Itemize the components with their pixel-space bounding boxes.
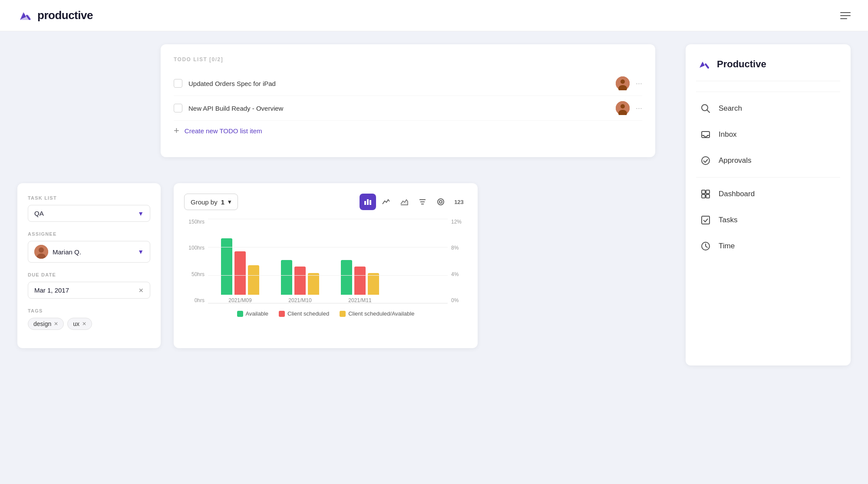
line-chart-icon[interactable] (378, 194, 394, 210)
chart-view-icons: 123 (360, 194, 467, 210)
menu-label-tasks: Tasks (719, 216, 737, 224)
menu-item-tasks[interactable]: Tasks (696, 207, 840, 233)
menu-divider-mid (696, 177, 840, 178)
bar-chart-icon[interactable] (360, 194, 376, 210)
create-plus-icon: + (174, 125, 179, 136)
bars-m10 (281, 260, 319, 295)
bar-m10-available (281, 260, 292, 295)
tags-row: design ✕ ux ✕ (28, 318, 150, 330)
circle-icon[interactable] (432, 194, 449, 210)
y-axis-left: 150hrs 100hrs 50hrs 0hrs (184, 219, 208, 303)
menu-item-approvals[interactable]: Approvals (696, 148, 840, 174)
group-by-button[interactable]: Group by 1 ▾ (184, 194, 238, 210)
menu-label-approvals: Approvals (719, 156, 752, 165)
bar-m11-client-available (368, 273, 379, 295)
number-view-icon[interactable]: 123 (451, 194, 467, 210)
area-chart-icon[interactable] (396, 194, 413, 210)
legend-dot-client-scheduled (279, 311, 285, 317)
menu-item-time[interactable]: Time (696, 233, 840, 259)
bar-m11-available (341, 260, 352, 295)
bar-label-m11: 2021/M11 (348, 297, 371, 303)
todo-checkbox-1[interactable] (174, 79, 182, 88)
menu-item-inbox[interactable]: Inbox (696, 122, 840, 148)
todo-avatar-2 (616, 101, 630, 115)
bar-label-m09: 2021/M09 (228, 297, 251, 303)
bars-m09 (221, 238, 259, 295)
svg-point-15 (620, 104, 625, 109)
create-todo-button[interactable]: + Create new TODO list item (174, 125, 642, 136)
bar-m10-client-scheduled (294, 267, 306, 295)
y-label-12pct: 12% (451, 219, 467, 225)
task-filters-panel: TASK LIST QA ▼ ASSIGNEE Marian Q. ▼ DUE … (17, 183, 161, 348)
tag-ux-remove[interactable]: ✕ (82, 321, 86, 327)
group-by-value: 1 (221, 198, 224, 206)
task-list-dropdown[interactable]: QA ▼ (28, 205, 150, 222)
todo-title: TODO LIST [0/2] (174, 56, 642, 63)
todo-text-1: Updated Orders Spec for iPad (188, 80, 610, 87)
bar-group-m09: 2021/M09 (221, 238, 259, 303)
top-navigation: productive (0, 0, 868, 31)
time-icon (700, 240, 712, 252)
svg-rect-3 (364, 201, 366, 205)
menu-item-search[interactable]: Search (696, 95, 840, 122)
chart-toolbar: Group by 1 ▾ (184, 194, 467, 210)
legend-client-available: Client scheduled/Available (340, 310, 414, 317)
svg-rect-25 (702, 216, 710, 224)
svg-point-1 (39, 247, 44, 253)
dashboard-icon (700, 188, 712, 200)
chart-legend: Available Client scheduled Client schedu… (184, 310, 467, 317)
todo-panel: TODO LIST [0/2] Updated Orders Spec for … (161, 44, 655, 157)
task-list-arrow-icon: ▼ (138, 210, 144, 217)
menu-label-inbox: Inbox (719, 130, 737, 139)
tag-ux: ux ✕ (67, 318, 92, 330)
assignee-avatar (34, 245, 48, 259)
svg-rect-5 (370, 200, 371, 205)
assignee-arrow-icon: ▼ (138, 248, 144, 255)
svg-line-18 (707, 110, 710, 112)
bar-groups-container: 2021/M09 2021/M10 (208, 219, 448, 303)
menu-item-dashboard[interactable]: Dashboard (696, 181, 840, 207)
assignee-dropdown[interactable]: Marian Q. ▼ (28, 241, 150, 263)
menu-divider-top (696, 92, 840, 92)
create-todo-label: Create new TODO list item (185, 127, 262, 135)
y-label-0: 0hrs (184, 297, 205, 303)
bars-area: 2021/M09 2021/M10 (208, 219, 448, 303)
app-menu-header: Productive (696, 56, 840, 81)
tag-ux-label: ux (73, 320, 79, 327)
legend-label-client-available: Client scheduled/Available (348, 310, 414, 317)
hamburger-menu[interactable] (840, 12, 851, 19)
todo-avatar-1 (616, 76, 630, 90)
assignee-name: Marian Q. (53, 248, 81, 256)
bar-group-m10: 2021/M10 (281, 260, 319, 303)
legend-dot-available (237, 311, 243, 317)
main-content: TASK LIST QA ▼ ASSIGNEE Marian Q. ▼ DUE … (0, 31, 868, 361)
bar-label-m10: 2021/M10 (288, 297, 311, 303)
todo-more-1[interactable]: ··· (636, 79, 642, 88)
filter-icon[interactable] (414, 194, 431, 210)
logo-area: productive (17, 8, 93, 23)
bar-m09-client-available (248, 265, 259, 295)
assignee-left: Marian Q. (34, 245, 81, 259)
todo-checkbox-2[interactable] (174, 104, 182, 112)
bar-group-m11: 2021/M11 (341, 260, 379, 303)
legend-dot-client-available (340, 311, 346, 317)
menu-label-time: Time (719, 242, 735, 250)
due-date-clear-icon[interactable]: ✕ (139, 287, 144, 294)
svg-rect-21 (702, 190, 705, 194)
tasks-icon (700, 214, 712, 226)
y-label-100: 100hrs (184, 245, 205, 251)
svg-rect-23 (702, 194, 705, 198)
legend-label-available: Available (246, 310, 269, 317)
todo-more-2[interactable]: ··· (636, 104, 642, 113)
task-list-value: QA (34, 210, 44, 217)
tag-design-remove[interactable]: ✕ (54, 321, 58, 327)
legend-available: Available (237, 310, 269, 317)
todo-item-2: New API Build Ready - Overview ··· (174, 96, 642, 121)
y-label-8pct: 8% (451, 245, 467, 251)
group-by-label: Group by (191, 198, 218, 206)
todo-item-1: Updated Orders Spec for iPad ··· (174, 71, 642, 96)
legend-label-client-scheduled: Client scheduled (287, 310, 329, 317)
bar-m10-client-available (308, 273, 319, 295)
menu-label-dashboard: Dashboard (719, 190, 755, 198)
legend-client-scheduled: Client scheduled (279, 310, 329, 317)
